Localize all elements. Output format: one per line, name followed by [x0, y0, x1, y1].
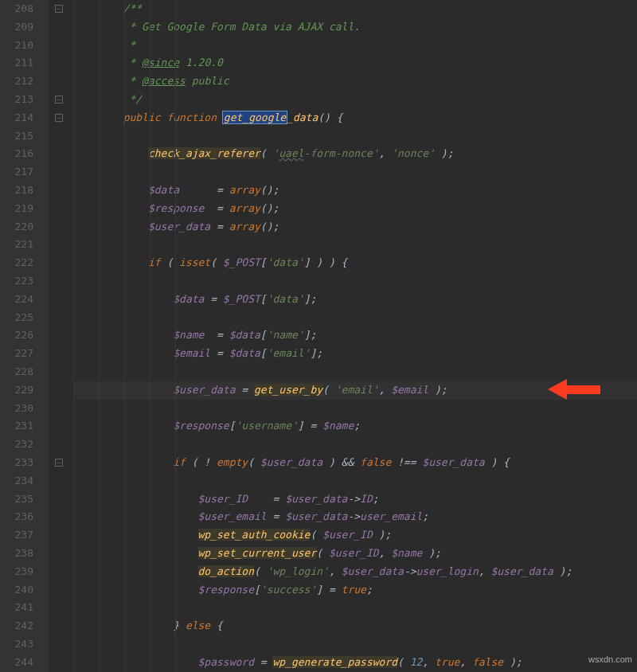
token: (); — [260, 184, 279, 196]
code-line[interactable]: $response = array(); — [73, 200, 637, 218]
token: false — [472, 656, 503, 668]
code-line[interactable] — [73, 472, 637, 490]
token: false — [360, 456, 397, 468]
token: ( — [248, 456, 260, 468]
token: , — [379, 547, 392, 559]
token: ]; — [310, 347, 322, 359]
token: $response — [173, 420, 229, 432]
code-line[interactable]: * — [73, 37, 637, 55]
line-number: 229 — [6, 381, 33, 400]
code-line[interactable] — [73, 599, 637, 617]
token: ( ! — [192, 456, 217, 468]
token: ( — [316, 547, 329, 559]
token: -> — [347, 493, 360, 505]
token: = — [254, 656, 272, 668]
token: , — [379, 147, 392, 159]
line-number: 212 — [6, 72, 33, 91]
line-number: 217 — [6, 163, 33, 182]
token: $response — [198, 584, 254, 596]
token: ; — [366, 584, 373, 596]
code-line[interactable]: do_action( 'wp_login', $user_data->user_… — [73, 563, 637, 581]
token: 'nonce' — [391, 147, 435, 159]
code-line[interactable] — [73, 272, 637, 291]
code-line[interactable]: $data = $_POST['data']; — [73, 291, 637, 309]
token: $user_data — [422, 456, 484, 468]
token: -form-nonce' — [304, 147, 379, 159]
fold-toggle-icon[interactable]: − — [55, 96, 63, 104]
code-line[interactable]: wp_set_auth_cookie( $user_ID ); — [73, 526, 637, 545]
line-number: 216 — [6, 145, 33, 163]
token: = — [179, 184, 229, 196]
token: ); — [373, 529, 391, 541]
code-line[interactable]: $data = array(); — [73, 182, 637, 200]
token: wp_set_current_user — [198, 547, 317, 559]
token: ); — [435, 147, 453, 159]
code-line[interactable]: if ( isset( $_POST['data'] ) ) { — [73, 254, 637, 272]
token: [ — [260, 293, 267, 305]
code-line[interactable] — [73, 309, 637, 327]
code-line[interactable] — [73, 400, 637, 418]
code-line[interactable]: public function get_google_data() { — [73, 109, 637, 127]
token: $email — [173, 347, 210, 359]
token: [ — [229, 420, 236, 432]
code-line[interactable]: check_ajax_referer( 'uael-form-nonce', '… — [73, 145, 637, 163]
code-line[interactable]: $user_ID = $user_data->ID; — [73, 490, 637, 509]
code-line[interactable] — [73, 236, 637, 254]
fold-toggle-icon[interactable]: − — [55, 5, 63, 13]
line-number: 241 — [6, 599, 33, 617]
code-area[interactable]: /** * Get Google Form Data via AJAX call… — [70, 0, 637, 672]
code-line[interactable] — [73, 163, 637, 182]
token: 'data' — [267, 256, 304, 268]
code-line[interactable] — [73, 127, 637, 146]
token: $name — [322, 420, 354, 432]
code-line[interactable]: * Get Google Form Data via AJAX call. — [73, 18, 637, 37]
token: true — [342, 584, 366, 596]
token: = — [236, 384, 254, 396]
token: $data — [229, 347, 260, 359]
line-number: 238 — [6, 545, 33, 563]
code-line[interactable]: * @access public — [73, 72, 637, 91]
code-line[interactable]: $response['success'] = true; — [73, 581, 637, 600]
token: check_ajax_referer — [148, 147, 260, 159]
token: ) { — [485, 456, 510, 468]
fold-toggle-icon[interactable]: − — [55, 459, 63, 467]
token: get_google — [222, 111, 287, 124]
token: ( — [254, 565, 267, 577]
code-line[interactable]: $email = $data['email']; — [73, 345, 637, 363]
code-line[interactable]: * @since 1.20.0 — [73, 54, 637, 72]
code-line[interactable]: $user_email = $user_data->user_email; — [73, 508, 637, 526]
line-number: 243 — [6, 635, 33, 654]
token: ( — [322, 384, 335, 396]
token: ] = — [316, 584, 341, 596]
code-line[interactable]: if ( ! empty( $user_data ) && false !== … — [73, 454, 637, 472]
code-line[interactable]: } else { — [73, 617, 637, 635]
line-number: 242 — [6, 617, 33, 635]
code-line[interactable]: $response['username'] = $name; — [73, 417, 637, 436]
line-number: 214 — [6, 109, 33, 127]
annotation-arrow — [548, 379, 600, 400]
token: */ — [123, 93, 142, 105]
token: $user_data — [342, 565, 404, 577]
token: $password — [198, 656, 254, 668]
code-line[interactable] — [73, 635, 637, 654]
line-number: 239 — [6, 563, 33, 581]
fold-toggle-icon[interactable]: − — [55, 114, 63, 122]
token: $name — [391, 547, 422, 559]
code-line[interactable]: $name = $data['name']; — [73, 326, 637, 345]
code-line[interactable]: wp_set_current_user( $user_ID, $name ); — [73, 545, 637, 563]
line-number: 211 — [6, 54, 33, 72]
token: $user_data — [260, 456, 322, 468]
code-line[interactable]: */ — [73, 91, 637, 109]
line-number: 227 — [6, 345, 33, 363]
token: ( — [210, 256, 223, 268]
fold-column[interactable]: −−−− — [48, 0, 70, 672]
token: uael — [279, 147, 303, 159]
code-line[interactable]: $user_data = array(); — [73, 218, 637, 236]
token: [ — [260, 329, 267, 341]
token: ] = — [298, 420, 322, 432]
code-line[interactable] — [73, 436, 637, 454]
line-number: 224 — [6, 291, 33, 309]
code-line[interactable]: /** — [73, 0, 637, 18]
token: 'email' — [267, 347, 311, 359]
code-line[interactable]: $password = wp_generate_password( 12, tr… — [73, 654, 637, 672]
